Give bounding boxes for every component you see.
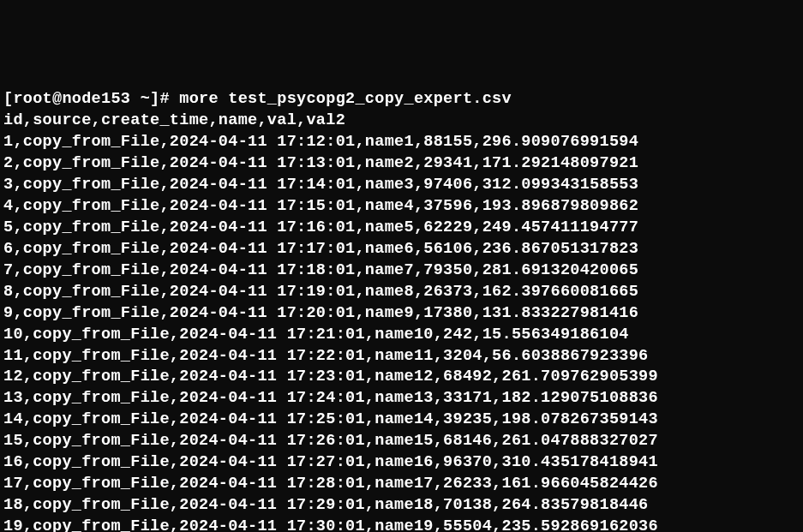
csv-data-row: 18,copy_from_File,2024-04-11 17:29:01,na… bbox=[3, 496, 649, 514]
csv-data-row: 3,copy_from_File,2024-04-11 17:14:01,nam… bbox=[3, 176, 638, 194]
csv-data-row: 19,copy_from_File,2024-04-11 17:30:01,na… bbox=[3, 517, 658, 532]
csv-data-row: 16,copy_from_File,2024-04-11 17:27:01,na… bbox=[3, 453, 658, 471]
csv-data-row: 7,copy_from_File,2024-04-11 17:18:01,nam… bbox=[3, 261, 638, 279]
csv-data-row: 17,copy_from_File,2024-04-11 17:28:01,na… bbox=[3, 475, 658, 493]
csv-data-row: 11,copy_from_File,2024-04-11 17:22:01,na… bbox=[3, 347, 649, 365]
csv-data-row: 12,copy_from_File,2024-04-11 17:23:01,na… bbox=[3, 368, 658, 386]
csv-data-row: 1,copy_from_File,2024-04-11 17:12:01,nam… bbox=[3, 133, 638, 151]
csv-data-row: 6,copy_from_File,2024-04-11 17:17:01,nam… bbox=[3, 240, 638, 258]
csv-data-row: 5,copy_from_File,2024-04-11 17:16:01,nam… bbox=[3, 218, 638, 236]
csv-data-row: 8,copy_from_File,2024-04-11 17:19:01,nam… bbox=[3, 283, 638, 301]
csv-data-row: 2,copy_from_File,2024-04-11 17:13:01,nam… bbox=[3, 154, 638, 172]
csv-data-row: 4,copy_from_File,2024-04-11 17:15:01,nam… bbox=[3, 197, 638, 215]
csv-data-row: 9,copy_from_File,2024-04-11 17:20:01,nam… bbox=[3, 304, 638, 322]
command-prompt-line: [root@node153 ~]# more test_psycopg2_cop… bbox=[3, 90, 512, 108]
csv-data-row: 10,copy_from_File,2024-04-11 17:21:01,na… bbox=[3, 326, 629, 344]
csv-data-row: 15,copy_from_File,2024-04-11 17:26:01,na… bbox=[3, 432, 658, 450]
csv-data-row: 14,copy_from_File,2024-04-11 17:25:01,na… bbox=[3, 410, 658, 428]
csv-data-row: 13,copy_from_File,2024-04-11 17:24:01,na… bbox=[3, 389, 658, 407]
terminal-output: [root@node153 ~]# more test_psycopg2_cop… bbox=[3, 89, 803, 532]
csv-header-line: id,source,create_time,name,val,val2 bbox=[3, 111, 345, 129]
